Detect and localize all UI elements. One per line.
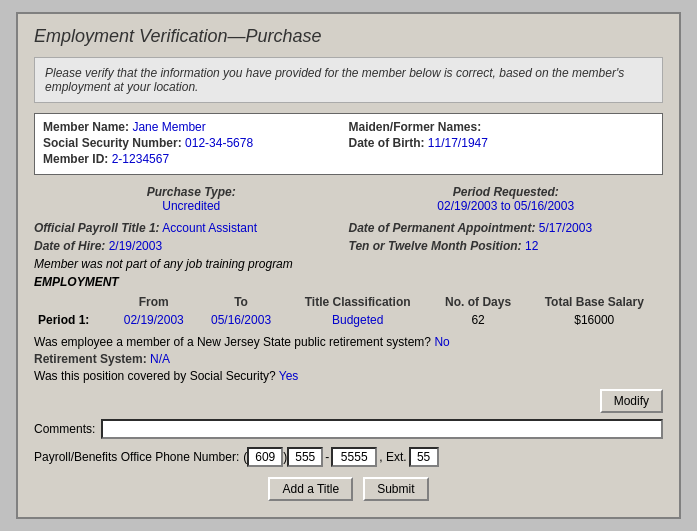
job-training-text: Member was not part of any job training …	[34, 257, 663, 271]
ten-twelve-value: 12	[525, 239, 538, 253]
maiden-name-label: Maiden/Former Names:	[349, 120, 482, 134]
period-to: 05/16/2003	[197, 311, 284, 329]
table-header-row: From To Title Classification No. of Days…	[34, 293, 663, 311]
col-period	[34, 293, 110, 311]
period-days: 62	[431, 311, 526, 329]
modify-button[interactable]: Modify	[600, 389, 663, 413]
member-info-box: Member Name: Jane Member Maiden/Former N…	[34, 113, 663, 175]
period-label: Period 1:	[34, 311, 110, 329]
member-name-row: Member Name: Jane Member Maiden/Former N…	[43, 120, 654, 134]
hire-value: 2/19/2003	[109, 239, 162, 253]
period-classification: Budgeted	[285, 311, 431, 329]
member-name-value: Jane Member	[132, 120, 205, 134]
employment-table: From To Title Classification No. of Days…	[34, 293, 663, 329]
submit-button[interactable]: Submit	[363, 477, 428, 501]
col-from: From	[110, 293, 197, 311]
table-row: Period 1: 02/19/2003 05/16/2003 Budgeted…	[34, 311, 663, 329]
dob-label: Date of Birth:	[349, 136, 425, 150]
col-salary: Total Base Salary	[526, 293, 663, 311]
retirement-q1-label: Was employee a member of a New Jersey St…	[34, 335, 431, 349]
ten-twelve-label: Ten or Twelve Month Position:	[349, 239, 522, 253]
member-name-label: Member Name:	[43, 120, 129, 134]
purchase-type-row: Purchase Type: Uncredited Period Request…	[34, 183, 663, 215]
retirement-system-row: Retirement System: N/A	[34, 352, 663, 366]
period-from: 02/19/2003	[110, 311, 197, 329]
payroll-title-label: Official Payroll Title 1:	[34, 221, 160, 235]
social-security-row: Was this position covered by Social Secu…	[34, 369, 663, 383]
phone-label: Payroll/Benefits Office Phone Number:	[34, 450, 239, 464]
col-days: No. of Days	[431, 293, 526, 311]
comments-row: Comments:	[34, 419, 663, 439]
page-title: Employment Verification—Purchase	[34, 26, 663, 47]
appt-label: Date of Permanent Appointment:	[349, 221, 536, 235]
purchase-type-label: Purchase Type:	[147, 185, 236, 199]
employment-header: EMPLOYMENT	[34, 275, 663, 289]
appt-value: 5/17/2003	[539, 221, 592, 235]
member-id-value: 2-1234567	[112, 152, 169, 166]
social-security-value: Yes	[279, 369, 299, 383]
member-id-row: Member ID: 2-1234567	[43, 152, 654, 166]
phone-prefix[interactable]	[287, 447, 323, 467]
retirement-system-label: Retirement System:	[34, 352, 147, 366]
col-to: To	[197, 293, 284, 311]
instruction-text: Please verify that the information you h…	[34, 57, 663, 103]
modify-row: Modify	[34, 389, 663, 413]
purchase-type-value: Uncredited	[162, 199, 220, 213]
period-requested-value: 02/19/2003 to 05/16/2003	[437, 199, 574, 213]
comments-input[interactable]	[101, 419, 663, 439]
member-ssn-row: Social Security Number: 012-34-5678 Date…	[43, 136, 654, 150]
col-title-class: Title Classification	[285, 293, 431, 311]
ssn-value: 012-34-5678	[185, 136, 253, 150]
phone-row: Payroll/Benefits Office Phone Number: ( …	[34, 447, 663, 467]
payroll-title-value: Account Assistant	[162, 221, 257, 235]
add-title-button[interactable]: Add a Title	[268, 477, 353, 501]
phone-ext[interactable]	[409, 447, 439, 467]
phone-ext-label: , Ext.	[379, 450, 406, 464]
hire-label: Date of Hire:	[34, 239, 105, 253]
phone-area-code[interactable]	[247, 447, 283, 467]
comments-label: Comments:	[34, 422, 95, 436]
retirement-system-value: N/A	[150, 352, 170, 366]
period-salary: $16000	[526, 311, 663, 329]
ssn-label: Social Security Number:	[43, 136, 182, 150]
phone-suffix[interactable]	[331, 447, 377, 467]
member-id-label: Member ID:	[43, 152, 108, 166]
dob-value: 11/17/1947	[428, 136, 488, 150]
bottom-buttons: Add a Title Submit	[34, 477, 663, 501]
social-security-label: Was this position covered by Social Secu…	[34, 369, 276, 383]
retirement-q1-value: No	[434, 335, 449, 349]
period-requested-label: Period Requested:	[453, 185, 559, 199]
retirement-q1-row: Was employee a member of a New Jersey St…	[34, 335, 663, 349]
payroll-appt-row: Official Payroll Title 1: Account Assist…	[34, 221, 663, 235]
phone-dash1: -	[325, 450, 329, 464]
hire-twelve-row: Date of Hire: 2/19/2003 Ten or Twelve Mo…	[34, 239, 663, 253]
